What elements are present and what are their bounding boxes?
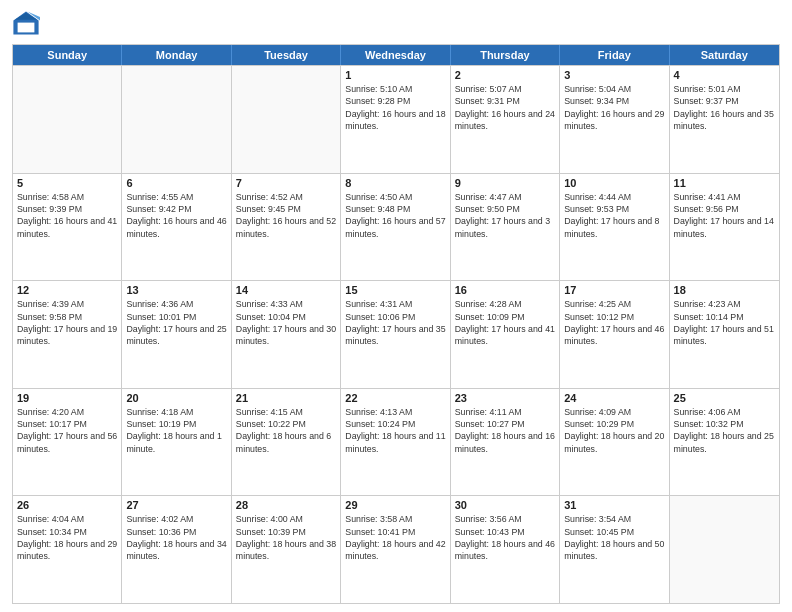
- day-info: Sunrise: 4:58 AM Sunset: 9:39 PM Dayligh…: [17, 191, 117, 240]
- calendar-cell: 19Sunrise: 4:20 AM Sunset: 10:17 PM Dayl…: [13, 389, 122, 496]
- calendar-body: 1Sunrise: 5:10 AM Sunset: 9:28 PM Daylig…: [13, 65, 779, 603]
- calendar-cell: 1Sunrise: 5:10 AM Sunset: 9:28 PM Daylig…: [341, 66, 450, 173]
- calendar-cell: 31Sunrise: 3:54 AM Sunset: 10:45 PM Dayl…: [560, 496, 669, 603]
- calendar-cell: 18Sunrise: 4:23 AM Sunset: 10:14 PM Dayl…: [670, 281, 779, 388]
- day-number: 1: [345, 69, 445, 81]
- day-number: 20: [126, 392, 226, 404]
- calendar-cell: 14Sunrise: 4:33 AM Sunset: 10:04 PM Dayl…: [232, 281, 341, 388]
- calendar-cell: [122, 66, 231, 173]
- day-info: Sunrise: 5:04 AM Sunset: 9:34 PM Dayligh…: [564, 83, 664, 132]
- day-info: Sunrise: 4:39 AM Sunset: 9:58 PM Dayligh…: [17, 298, 117, 347]
- day-number: 29: [345, 499, 445, 511]
- calendar-cell: 3Sunrise: 5:04 AM Sunset: 9:34 PM Daylig…: [560, 66, 669, 173]
- calendar-cell: 26Sunrise: 4:04 AM Sunset: 10:34 PM Dayl…: [13, 496, 122, 603]
- day-number: 24: [564, 392, 664, 404]
- day-number: 25: [674, 392, 775, 404]
- weekday-header: Monday: [122, 45, 231, 65]
- calendar-cell: [232, 66, 341, 173]
- day-info: Sunrise: 4:55 AM Sunset: 9:42 PM Dayligh…: [126, 191, 226, 240]
- day-number: 8: [345, 177, 445, 189]
- day-info: Sunrise: 4:25 AM Sunset: 10:12 PM Daylig…: [564, 298, 664, 347]
- calendar-cell: 7Sunrise: 4:52 AM Sunset: 9:45 PM Daylig…: [232, 174, 341, 281]
- day-info: Sunrise: 4:50 AM Sunset: 9:48 PM Dayligh…: [345, 191, 445, 240]
- weekday-header: Sunday: [13, 45, 122, 65]
- day-number: 23: [455, 392, 555, 404]
- day-number: 16: [455, 284, 555, 296]
- page: SundayMondayTuesdayWednesdayThursdayFrid…: [0, 0, 792, 612]
- day-number: 9: [455, 177, 555, 189]
- calendar-cell: 12Sunrise: 4:39 AM Sunset: 9:58 PM Dayli…: [13, 281, 122, 388]
- calendar-cell: 21Sunrise: 4:15 AM Sunset: 10:22 PM Dayl…: [232, 389, 341, 496]
- day-number: 27: [126, 499, 226, 511]
- day-info: Sunrise: 4:13 AM Sunset: 10:24 PM Daylig…: [345, 406, 445, 455]
- calendar-row: 12Sunrise: 4:39 AM Sunset: 9:58 PM Dayli…: [13, 280, 779, 388]
- calendar-row: 1Sunrise: 5:10 AM Sunset: 9:28 PM Daylig…: [13, 65, 779, 173]
- day-info: Sunrise: 4:20 AM Sunset: 10:17 PM Daylig…: [17, 406, 117, 455]
- day-info: Sunrise: 4:31 AM Sunset: 10:06 PM Daylig…: [345, 298, 445, 347]
- calendar-cell: 11Sunrise: 4:41 AM Sunset: 9:56 PM Dayli…: [670, 174, 779, 281]
- calendar-cell: 22Sunrise: 4:13 AM Sunset: 10:24 PM Dayl…: [341, 389, 450, 496]
- svg-rect-2: [18, 23, 35, 33]
- calendar-cell: 29Sunrise: 3:58 AM Sunset: 10:41 PM Dayl…: [341, 496, 450, 603]
- day-number: 3: [564, 69, 664, 81]
- day-number: 7: [236, 177, 336, 189]
- day-info: Sunrise: 4:41 AM Sunset: 9:56 PM Dayligh…: [674, 191, 775, 240]
- calendar-cell: 15Sunrise: 4:31 AM Sunset: 10:06 PM Dayl…: [341, 281, 450, 388]
- day-number: 4: [674, 69, 775, 81]
- day-info: Sunrise: 4:23 AM Sunset: 10:14 PM Daylig…: [674, 298, 775, 347]
- logo-icon: [12, 10, 40, 38]
- day-info: Sunrise: 5:07 AM Sunset: 9:31 PM Dayligh…: [455, 83, 555, 132]
- day-info: Sunrise: 4:36 AM Sunset: 10:01 PM Daylig…: [126, 298, 226, 347]
- day-number: 11: [674, 177, 775, 189]
- day-number: 15: [345, 284, 445, 296]
- day-number: 12: [17, 284, 117, 296]
- calendar-cell: 24Sunrise: 4:09 AM Sunset: 10:29 PM Dayl…: [560, 389, 669, 496]
- day-info: Sunrise: 3:54 AM Sunset: 10:45 PM Daylig…: [564, 513, 664, 562]
- day-number: 18: [674, 284, 775, 296]
- day-number: 26: [17, 499, 117, 511]
- day-info: Sunrise: 5:10 AM Sunset: 9:28 PM Dayligh…: [345, 83, 445, 132]
- day-info: Sunrise: 4:09 AM Sunset: 10:29 PM Daylig…: [564, 406, 664, 455]
- day-info: Sunrise: 4:52 AM Sunset: 9:45 PM Dayligh…: [236, 191, 336, 240]
- calendar-cell: 6Sunrise: 4:55 AM Sunset: 9:42 PM Daylig…: [122, 174, 231, 281]
- day-number: 28: [236, 499, 336, 511]
- day-info: Sunrise: 3:58 AM Sunset: 10:41 PM Daylig…: [345, 513, 445, 562]
- calendar: SundayMondayTuesdayWednesdayThursdayFrid…: [12, 44, 780, 604]
- calendar-cell: 8Sunrise: 4:50 AM Sunset: 9:48 PM Daylig…: [341, 174, 450, 281]
- day-info: Sunrise: 4:11 AM Sunset: 10:27 PM Daylig…: [455, 406, 555, 455]
- day-number: 2: [455, 69, 555, 81]
- day-number: 14: [236, 284, 336, 296]
- weekday-header: Wednesday: [341, 45, 450, 65]
- calendar-cell: 17Sunrise: 4:25 AM Sunset: 10:12 PM Dayl…: [560, 281, 669, 388]
- calendar-cell: 2Sunrise: 5:07 AM Sunset: 9:31 PM Daylig…: [451, 66, 560, 173]
- day-number: 13: [126, 284, 226, 296]
- day-info: Sunrise: 4:47 AM Sunset: 9:50 PM Dayligh…: [455, 191, 555, 240]
- calendar-cell: 13Sunrise: 4:36 AM Sunset: 10:01 PM Dayl…: [122, 281, 231, 388]
- day-info: Sunrise: 3:56 AM Sunset: 10:43 PM Daylig…: [455, 513, 555, 562]
- day-number: 17: [564, 284, 664, 296]
- calendar-cell: 5Sunrise: 4:58 AM Sunset: 9:39 PM Daylig…: [13, 174, 122, 281]
- calendar-cell: 4Sunrise: 5:01 AM Sunset: 9:37 PM Daylig…: [670, 66, 779, 173]
- day-info: Sunrise: 4:44 AM Sunset: 9:53 PM Dayligh…: [564, 191, 664, 240]
- day-info: Sunrise: 4:04 AM Sunset: 10:34 PM Daylig…: [17, 513, 117, 562]
- calendar-cell: 28Sunrise: 4:00 AM Sunset: 10:39 PM Dayl…: [232, 496, 341, 603]
- calendar-cell: 25Sunrise: 4:06 AM Sunset: 10:32 PM Dayl…: [670, 389, 779, 496]
- calendar-row: 19Sunrise: 4:20 AM Sunset: 10:17 PM Dayl…: [13, 388, 779, 496]
- calendar-cell: 20Sunrise: 4:18 AM Sunset: 10:19 PM Dayl…: [122, 389, 231, 496]
- weekday-header: Saturday: [670, 45, 779, 65]
- day-info: Sunrise: 4:00 AM Sunset: 10:39 PM Daylig…: [236, 513, 336, 562]
- day-info: Sunrise: 4:02 AM Sunset: 10:36 PM Daylig…: [126, 513, 226, 562]
- day-number: 19: [17, 392, 117, 404]
- header: [12, 10, 780, 38]
- calendar-cell: 9Sunrise: 4:47 AM Sunset: 9:50 PM Daylig…: [451, 174, 560, 281]
- logo: [12, 10, 44, 38]
- day-info: Sunrise: 4:33 AM Sunset: 10:04 PM Daylig…: [236, 298, 336, 347]
- calendar-cell: 23Sunrise: 4:11 AM Sunset: 10:27 PM Dayl…: [451, 389, 560, 496]
- calendar-header: SundayMondayTuesdayWednesdayThursdayFrid…: [13, 45, 779, 65]
- calendar-cell: [13, 66, 122, 173]
- day-number: 30: [455, 499, 555, 511]
- calendar-row: 5Sunrise: 4:58 AM Sunset: 9:39 PM Daylig…: [13, 173, 779, 281]
- day-number: 10: [564, 177, 664, 189]
- calendar-cell: 10Sunrise: 4:44 AM Sunset: 9:53 PM Dayli…: [560, 174, 669, 281]
- weekday-header: Friday: [560, 45, 669, 65]
